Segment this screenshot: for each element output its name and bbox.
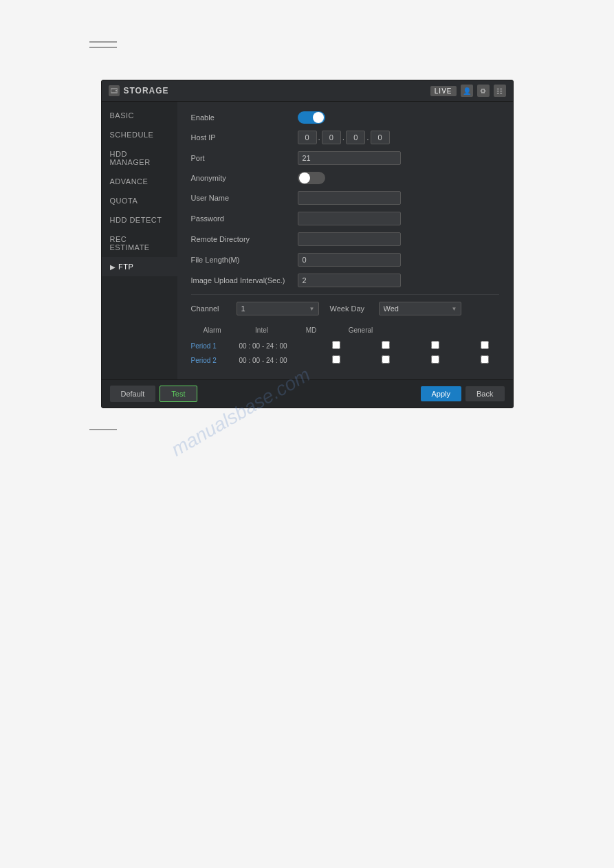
period-2-md-checkbox[interactable] xyxy=(431,355,439,364)
image-upload-input[interactable] xyxy=(298,274,401,287)
weekday-select[interactable]: Mon Tue Wed Thu Fri Sat Sun xyxy=(379,302,461,315)
period-2-label: Period 2 xyxy=(191,357,239,364)
back-button[interactable]: Back xyxy=(465,386,504,401)
period-1-md-check xyxy=(421,341,450,351)
sidebar-item-quota[interactable]: QUOTA xyxy=(102,191,177,210)
sidebar-item-basic[interactable]: BASIC xyxy=(102,106,177,125)
file-length-input[interactable] xyxy=(298,253,401,267)
form-divider xyxy=(191,294,499,295)
sidebar-item-hdd-detect[interactable]: HDD DETECT xyxy=(102,210,177,230)
period-2-general-checkbox[interactable] xyxy=(481,355,489,364)
top-decorative-lines xyxy=(89,41,117,52)
period-2-end: 24 : 00 xyxy=(266,357,287,364)
alarm-header: Alarm xyxy=(198,326,227,334)
enable-label: Enable xyxy=(191,113,298,122)
enable-toggle-control xyxy=(298,111,499,124)
window-title: STORAGE xyxy=(124,86,169,96)
file-length-row: File Length(M) xyxy=(191,253,499,267)
period-2-row: Period 2 00 : 00 - 24 : 00 xyxy=(191,355,499,366)
enable-toggle[interactable] xyxy=(298,111,325,124)
sidebar: BASIC SCHEDULE HDD MANAGER ADVANCE QUOTA… xyxy=(102,102,177,379)
toggle-knob xyxy=(313,112,324,123)
remote-dir-input[interactable] xyxy=(298,232,401,246)
sidebar-item-hdd-manager[interactable]: HDD MANAGER xyxy=(102,144,177,172)
host-ip-label: Host IP xyxy=(191,133,298,142)
period-2-num: 2 xyxy=(212,357,217,364)
period-2-intel-checkbox[interactable] xyxy=(382,355,390,364)
content-area: BASIC SCHEDULE HDD MANAGER ADVANCE QUOTA… xyxy=(102,102,513,379)
image-upload-input-control xyxy=(298,274,499,287)
username-row: User Name xyxy=(191,191,499,205)
host-ip-input-group: . . . xyxy=(298,131,499,144)
period-1-row: Period 1 00 : 00 - 24 : 00 xyxy=(191,341,499,351)
port-label: Port xyxy=(191,154,298,162)
settings-icon-btn[interactable]: ⚙ xyxy=(477,85,490,97)
host-ip-row: Host IP . . . xyxy=(191,131,499,144)
period-2-text: Period xyxy=(191,357,213,364)
ip-dot-2: . xyxy=(342,133,344,142)
ip-segment-1[interactable] xyxy=(298,131,317,144)
password-input[interactable] xyxy=(298,212,401,225)
period-2-alarm-checkbox[interactable] xyxy=(332,355,340,364)
default-button[interactable]: Default xyxy=(110,386,156,402)
password-label: Password xyxy=(191,214,298,223)
sidebar-item-ftp[interactable]: ▶ FTP xyxy=(102,257,177,276)
sidebar-label-schedule: SCHEDULE xyxy=(110,131,154,139)
sidebar-item-rec-estimate[interactable]: REC ESTIMATE xyxy=(102,230,177,257)
apply-button[interactable]: Apply xyxy=(421,386,462,401)
period-1-alarm-checkbox[interactable] xyxy=(332,341,340,349)
port-row: Port xyxy=(191,151,499,165)
password-input-control xyxy=(298,212,499,225)
ip-segment-4[interactable] xyxy=(371,131,390,144)
period-1-text: Period xyxy=(191,342,213,350)
password-row: Password xyxy=(191,212,499,225)
file-length-label: File Length(M) xyxy=(191,256,298,264)
grid-icon-btn[interactable]: ☷ xyxy=(494,85,506,97)
anonymity-toggle[interactable] xyxy=(298,172,325,184)
weekday-select-wrapper: Mon Tue Wed Thu Fri Sat Sun xyxy=(379,302,461,315)
period-1-general-checkbox[interactable] xyxy=(481,341,489,349)
sidebar-label-ftp: FTP xyxy=(118,263,133,271)
period-1-start: 00 : 00 xyxy=(239,342,261,350)
port-input[interactable] xyxy=(298,151,401,165)
period-2-alarm-check xyxy=(322,355,351,366)
user-icon-btn[interactable]: 👤 xyxy=(461,85,473,97)
bottom-bar: Default Test Apply Back xyxy=(102,379,513,408)
port-input-control xyxy=(298,151,499,165)
bottom-bar-right: Apply Back xyxy=(421,386,505,401)
username-input[interactable] xyxy=(298,191,401,205)
period-1-time: 00 : 00 - 24 : 00 xyxy=(239,342,315,350)
channel-weekday-row: Channel 1 2 3 4 Week Day xyxy=(191,302,499,334)
check-header-group: Alarm Intel MD General xyxy=(198,326,375,334)
ip-segment-2[interactable] xyxy=(322,131,341,144)
period-1-num: 1 xyxy=(212,342,217,350)
ip-dot-3: . xyxy=(366,133,369,142)
channel-group: Channel 1 2 3 4 xyxy=(191,302,319,315)
sidebar-item-advance[interactable]: ADVANCE xyxy=(102,172,177,191)
channel-select[interactable]: 1 2 3 4 xyxy=(237,302,319,315)
title-bar-left: STORAGE xyxy=(109,85,169,96)
sidebar-label-rec-estimate: REC ESTIMATE xyxy=(110,235,169,252)
mid-decorative-lines xyxy=(89,429,117,434)
ftp-arrow-icon: ▶ xyxy=(110,263,116,271)
test-button[interactable]: Test xyxy=(160,386,197,402)
anonymity-label: Anonymity xyxy=(191,174,298,182)
period-1-intel-checkbox[interactable] xyxy=(382,341,390,349)
period-2-general-check xyxy=(470,355,499,366)
anonymity-knob xyxy=(299,173,310,183)
period-1-end: 24 : 00 xyxy=(266,342,287,350)
sidebar-label-hdd-manager: HDD MANAGER xyxy=(110,150,169,166)
anonymity-row: Anonymity xyxy=(191,172,499,184)
channel-select-wrapper: 1 2 3 4 xyxy=(237,302,319,315)
period-1-md-checkbox[interactable] xyxy=(431,341,439,349)
image-upload-label: Image Upload Interval(Sec.) xyxy=(191,276,298,285)
ip-dot-1: . xyxy=(318,133,320,142)
sidebar-label-quota: QUOTA xyxy=(110,197,138,205)
period-2-start: 00 : 00 xyxy=(239,357,261,364)
enable-row: Enable xyxy=(191,111,499,124)
sidebar-item-schedule[interactable]: SCHEDULE xyxy=(102,125,177,144)
ip-segment-3[interactable] xyxy=(346,131,365,144)
username-label: User Name xyxy=(191,194,298,202)
sidebar-label-advance: ADVANCE xyxy=(110,177,149,186)
title-bar-right: LIVE 👤 ⚙ ☷ xyxy=(430,85,506,97)
